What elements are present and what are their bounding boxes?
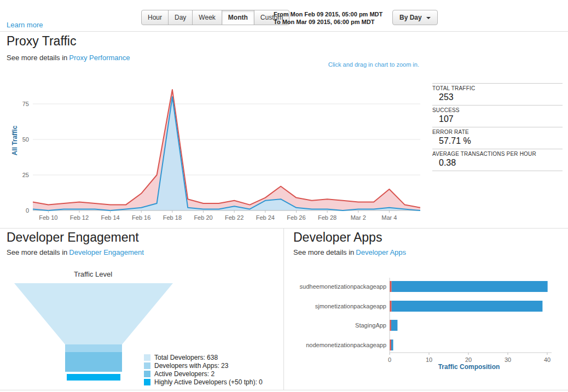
time-range-hour-button[interactable]: Hour [141, 10, 169, 25]
subtitle-text: See more details in [7, 54, 67, 62]
svg-text:40: 40 [544, 356, 550, 363]
divider [0, 390, 568, 390]
legend-swatch [144, 379, 150, 385]
traffic-stats-panel: TOTAL TRAFFIC 253 SUCCESS 107 ERROR RATE… [432, 83, 563, 171]
stat-value: 0.38 [432, 158, 563, 168]
svg-text:StagingApp: StagingApp [355, 322, 386, 329]
time-range-day-button[interactable]: Day [168, 10, 193, 25]
funnel-legend: Total Developers: 638 Developers with Ap… [144, 353, 263, 386]
proxy-traffic-subtitle: See more details inProxy Performance [7, 54, 130, 62]
developer-engagement-subtitle: See more details inDeveloper Engagement [7, 248, 144, 256]
svg-text:Feb 26: Feb 26 [287, 214, 305, 221]
subtitle-text: See more details in [7, 248, 67, 256]
divider [0, 228, 568, 229]
stat-label: ERROR RATE [432, 129, 563, 135]
x-axis-label: Traffic Composition [390, 363, 548, 371]
svg-text:20: 20 [465, 356, 472, 363]
svg-text:Feb 20: Feb 20 [194, 214, 212, 221]
legend-item: Highly Active Developers (+50 tph): 0 [144, 378, 263, 386]
svg-text:0: 0 [26, 207, 29, 214]
subtitle-text: See more details in [293, 248, 354, 256]
time-range-button-group: Hour Day Week Month Custom [141, 10, 289, 25]
funnel-title: Traffic Level [16, 270, 170, 278]
svg-text:Mar 4: Mar 4 [381, 214, 397, 221]
chevron-down-icon [426, 17, 431, 19]
svg-text:25: 25 [22, 172, 29, 178]
svg-text:sjmonetizationpackageapp: sjmonetizationpackageapp [315, 303, 386, 309]
svg-text:75: 75 [22, 101, 29, 107]
time-range-week-button[interactable]: Week [192, 10, 222, 25]
funnel-segment-highly-active-developers [67, 374, 120, 381]
by-day-dropdown[interactable]: By Day [392, 10, 438, 25]
developer-engagement-title: Developer Engagement [7, 230, 139, 245]
legend-item: Developers with Apps: 23 [144, 361, 263, 370]
stat-success: SUCCESS 107 [432, 105, 563, 127]
stat-avg-transactions: AVERAGE TRANSACTIONS PER HOUR 0.38 [432, 149, 563, 171]
date-to: To Mon Mar 09 2015, 06:00 pm MDT [274, 18, 382, 26]
svg-text:Feb 22: Feb 22 [225, 214, 244, 221]
zoom-hint: Click and drag in chart to zoom in. [328, 61, 419, 68]
proxy-performance-link[interactable]: Proxy Performance [69, 54, 130, 62]
legend-label: Total Developers: 638 [154, 354, 218, 361]
svg-text:Feb 28: Feb 28 [318, 214, 337, 221]
developer-apps-title: Developer Apps [293, 230, 382, 245]
legend-swatch [144, 371, 150, 377]
svg-text:sudheemonetizationpackageapp: sudheemonetizationpackageapp [300, 283, 386, 290]
legend-label: Active Developers: 2 [154, 370, 215, 378]
funnel-segment-active-developers [65, 352, 122, 372]
stat-label: AVERAGE TRANSACTIONS PER HOUR [432, 151, 563, 157]
svg-text:50: 50 [22, 136, 29, 143]
learn-more-link[interactable]: Learn more [7, 21, 43, 29]
funnel-segment-developers-with-apps [65, 344, 122, 352]
stat-total-traffic: TOTAL TRAFFIC 253 [432, 83, 563, 105]
analytics-dashboard: Learn more Hour Day Week Month Custom Fr… [0, 0, 568, 392]
svg-text:Feb 24: Feb 24 [256, 214, 275, 221]
svg-text:Feb 10: Feb 10 [39, 214, 57, 221]
legend-label: Highly Active Developers (+50 tph): 0 [154, 378, 263, 386]
developer-apps-subtitle: See more details inDeveloper Apps [293, 248, 406, 256]
legend-item: Total Developers: 638 [144, 353, 263, 361]
svg-text:Feb 18: Feb 18 [163, 214, 182, 221]
svg-text:Feb 14: Feb 14 [101, 214, 119, 221]
legend-swatch [144, 362, 150, 369]
developer-engagement-link[interactable]: Developer Engagement [69, 248, 144, 256]
svg-text:10: 10 [426, 356, 432, 363]
developer-apps-link[interactable]: Developer Apps [356, 248, 406, 256]
proxy-traffic-chart[interactable]: 0255075Feb 10Feb 12Feb 14Feb 16Feb 18Feb… [11, 78, 425, 225]
svg-text:Feb 12: Feb 12 [70, 214, 89, 221]
legend-label: Developers with Apps: 23 [154, 362, 228, 370]
svg-text:Mar 2: Mar 2 [351, 214, 366, 221]
date-range: From Mon Feb 09 2015, 05:00 pm MDT To Mo… [274, 10, 382, 26]
by-day-label: By Day [399, 14, 422, 21]
time-range-month-button[interactable]: Month [222, 10, 254, 25]
svg-text:30: 30 [505, 356, 511, 363]
stat-error-rate: ERROR RATE 57.71 % [432, 127, 563, 149]
svg-text:0: 0 [388, 356, 391, 363]
stat-label: TOTAL TRAFFIC [432, 85, 563, 91]
stat-value: 57.71 % [432, 136, 563, 146]
svg-text:Feb 16: Feb 16 [132, 214, 150, 221]
stat-value: 107 [432, 114, 563, 124]
legend-swatch [144, 354, 150, 361]
legend-item: Active Developers: 2 [144, 370, 263, 378]
divider [283, 228, 284, 390]
proxy-traffic-title: Proxy Traffic [7, 34, 76, 49]
divider [0, 31, 568, 32]
funnel-segment-total-developers [14, 283, 173, 344]
developer-apps-chart: sudheemonetizationpackageappsjmonetizati… [293, 277, 565, 365]
date-from: From Mon Feb 09 2015, 05:00 pm MDT [274, 10, 382, 18]
stat-label: SUCCESS [432, 107, 563, 113]
svg-text:nodemonetizationpackageapp: nodemonetizationpackageapp [306, 342, 386, 348]
stat-value: 253 [432, 92, 563, 102]
